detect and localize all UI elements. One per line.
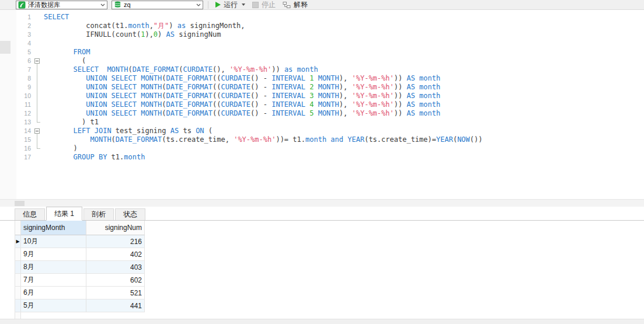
sql-editor[interactable]: 1SELECT2 concat(t1.month,"月") as signing… (0, 10, 644, 199)
fold-gutter (33, 135, 42, 144)
explain-button[interactable]: 解释 (279, 0, 311, 10)
result-row[interactable]: ▶10月216 (15, 235, 145, 248)
code-text: GROUP BY t1.month (44, 153, 145, 162)
code-line[interactable]: 13 ) t1 (0, 118, 644, 127)
code-lines: 1SELECT2 concat(t1.month,"月") as signing… (0, 13, 644, 162)
code-line[interactable]: 14 LEFT JOIN test_signing AS ts ON ( (0, 127, 644, 135)
result-row[interactable]: 8月403 (15, 261, 145, 274)
line-number: 12 (0, 109, 33, 118)
line-number: 14 (0, 127, 33, 135)
explain-button-label: 解释 (294, 0, 308, 10)
results-tab[interactable]: 剖析 (83, 208, 114, 220)
line-number: 2 (0, 22, 33, 30)
row-selector[interactable] (15, 248, 21, 261)
code-line[interactable]: 2 concat(t1.month,"月") as signingMonth, (0, 22, 644, 30)
cell-signingMonth[interactable]: 8月 (21, 261, 86, 274)
code-text: ) t1 (44, 118, 99, 127)
code-line[interactable]: 4 (0, 39, 644, 48)
stop-button[interactable]: 停止 (249, 0, 279, 10)
fold-toggle-icon[interactable] (33, 57, 42, 65)
editor-hscrollbar[interactable] (0, 199, 644, 207)
window-bottom-edge (0, 319, 644, 324)
stop-button-label: 停止 (262, 0, 276, 10)
run-dropdown-caret-icon (242, 4, 245, 6)
cell-signingNum[interactable]: 402 (86, 248, 145, 261)
cell-signingNum[interactable]: 403 (86, 261, 145, 274)
row-selector[interactable] (15, 274, 21, 287)
fold-toggle-icon[interactable] (33, 127, 42, 135)
code-line[interactable]: 6 ( (0, 57, 644, 65)
row-selector[interactable]: ▶ (15, 235, 21, 248)
cell-signingNum[interactable]: 602 (86, 274, 145, 287)
code-line[interactable]: 11 UNION SELECT MONTH(DATE_FORMAT((CURDA… (0, 100, 644, 109)
editor-hscrollbar-thumb[interactable] (15, 201, 25, 206)
fold-gutter (33, 48, 42, 57)
fold-gutter (33, 153, 42, 162)
fold-gutter (33, 118, 42, 127)
cell-signingMonth[interactable]: 7月 (21, 274, 86, 287)
code-text: UNION SELECT MONTH(DATE_FORMAT((CURDATE(… (44, 100, 440, 109)
line-number: 11 (0, 100, 33, 109)
cell-signingNum[interactable]: 216 (86, 235, 145, 248)
line-number: 3 (0, 30, 33, 39)
cell-signingMonth[interactable]: 6月 (21, 287, 86, 299)
row-selector[interactable] (15, 261, 21, 274)
cell-signingMonth[interactable]: 5月 (21, 299, 86, 312)
code-line[interactable]: 5 FROM (0, 48, 644, 57)
row-selector[interactable] (15, 287, 21, 299)
code-line[interactable]: 8 UNION SELECT MONTH(DATE_FORMAT((CURDAT… (0, 74, 644, 83)
result-row[interactable]: 5月441 (15, 299, 145, 312)
code-line[interactable]: 15 MONTH(DATE_FORMAT(ts.create_time, '%Y… (0, 135, 644, 144)
results-tab[interactable]: 状态 (115, 208, 145, 220)
code-text: LEFT JOIN test_signing AS ts ON ( (44, 127, 213, 135)
line-number: 6 (0, 57, 33, 65)
fold-gutter (33, 30, 42, 39)
cell-signingNum[interactable]: 521 (86, 287, 145, 299)
cell-signingMonth[interactable]: 9月 (21, 248, 86, 261)
code-line[interactable]: 16 ) (0, 144, 644, 153)
code-line[interactable]: 7 SELECT MONTH(DATE_FORMAT(CURDATE(), '%… (0, 65, 644, 74)
code-text: UNION SELECT MONTH(DATE_FORMAT((CURDATE(… (44, 109, 440, 118)
fold-gutter (33, 22, 42, 30)
code-line[interactable]: 3 IFNULL(count(1),0) AS signingNum (0, 30, 644, 39)
line-number: 15 (0, 135, 33, 144)
results-tabbar: 信息结果 1剖析状态 (0, 207, 644, 221)
code-text: FROM (44, 48, 90, 57)
database-icon (114, 1, 121, 9)
toolbar-separator (208, 1, 208, 9)
line-number: 17 (0, 153, 33, 162)
code-line[interactable]: 9 UNION SELECT MONTH(DATE_FORMAT((CURDAT… (0, 83, 644, 92)
code-text: concat(t1.month,"月") as signingMonth, (44, 22, 245, 30)
code-text: MONTH(DATE_FORMAT(ts.create_time, '%Y-%m… (44, 135, 483, 144)
column-header[interactable]: signingNum (86, 221, 145, 235)
results-tab[interactable]: 信息 (15, 208, 45, 220)
database-select[interactable]: 泽清数据库 (16, 1, 107, 9)
result-grid: signingMonthsigningNum▶10月2169月4028月4037… (15, 221, 145, 312)
row-selector-header[interactable] (15, 221, 21, 235)
connection-select[interactable]: zq (112, 1, 203, 9)
cell-signingMonth[interactable]: 10月 (21, 235, 86, 248)
code-text: SELECT (44, 13, 69, 22)
line-number: 13 (0, 118, 33, 127)
connection-icon (18, 1, 26, 9)
code-line[interactable]: 12 UNION SELECT MONTH(DATE_FORMAT((CURDA… (0, 109, 644, 118)
fold-gutter (33, 83, 42, 92)
code-line[interactable]: 10 UNION SELECT MONTH(DATE_FORMAT((CURDA… (0, 92, 644, 100)
cell-signingNum[interactable]: 441 (86, 299, 145, 312)
toolbar: 泽清数据库 zq 运行 停止 (0, 0, 644, 10)
explain-icon (283, 1, 291, 9)
code-line[interactable]: 17 GROUP BY t1.month (0, 153, 644, 162)
run-button[interactable]: 运行 (212, 0, 249, 10)
result-row[interactable]: 6月521 (15, 287, 145, 299)
code-text: ( (44, 57, 86, 65)
result-row[interactable]: 7月602 (15, 274, 145, 287)
fold-gutter (33, 109, 42, 118)
code-line[interactable]: 1SELECT (0, 13, 644, 22)
fold-gutter (33, 144, 42, 153)
row-selector[interactable] (15, 299, 21, 312)
code-text: UNION SELECT MONTH(DATE_FORMAT((CURDATE(… (44, 83, 440, 92)
result-row[interactable]: 9月402 (15, 248, 145, 261)
results-tab[interactable]: 结果 1 (46, 207, 82, 221)
column-header[interactable]: signingMonth (21, 221, 86, 235)
line-number: 9 (0, 83, 33, 92)
